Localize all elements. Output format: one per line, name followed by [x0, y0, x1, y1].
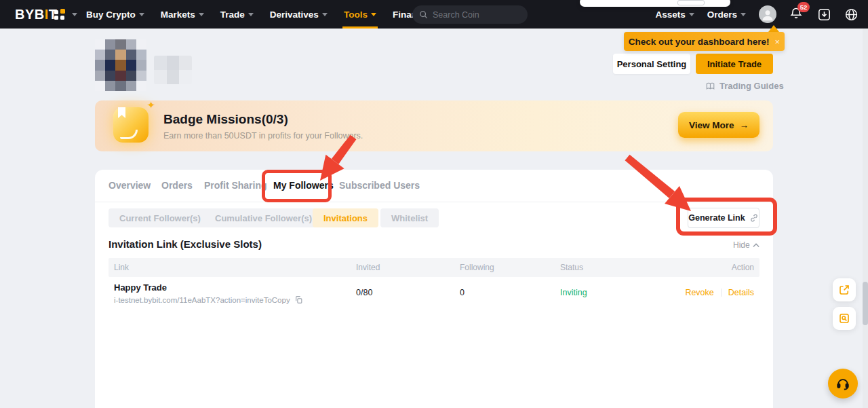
chevron-down-icon — [248, 13, 254, 16]
status-badge: Inviting — [560, 288, 587, 297]
book-icon — [705, 81, 715, 91]
revoke-link[interactable]: Revoke — [685, 288, 713, 297]
tab-orders[interactable]: Orders — [161, 180, 193, 191]
details-link[interactable]: Details — [728, 288, 754, 297]
download-tray-icon[interactable] — [817, 7, 831, 22]
invite-link-url: i-testnet.bybit.com/11eAabTX?action=invi… — [114, 296, 290, 304]
apps-caret-icon — [72, 13, 77, 16]
tooltip-text: Check out your dashboard here! — [629, 37, 770, 47]
badge-missions-banner: ✦ Badge Missions(0/3) Earn more than 50U… — [95, 100, 773, 151]
search-icon — [419, 10, 428, 19]
row-actions: Revoke Details — [685, 288, 754, 297]
truncated-popup-button — [677, 0, 705, 5]
chevron-down-icon — [322, 13, 328, 16]
link-icon — [749, 213, 759, 223]
dashboard-tooltip: Check out your dashboard here! × — [624, 32, 785, 51]
invitation-section-title: Invitation Link (Exclusive Slots) — [108, 238, 262, 250]
arrow-right-icon: → — [740, 120, 749, 130]
copy-icon[interactable] — [294, 295, 303, 304]
apps-grid-icon[interactable] — [54, 9, 65, 20]
followers-card: Overview Orders Profit Sharing My Follow… — [95, 170, 773, 408]
chevron-up-icon — [753, 243, 760, 248]
tabs-row: Overview Orders Profit Sharing My Follow… — [95, 170, 773, 202]
nav-markets[interactable]: Markets — [161, 0, 204, 29]
invite-link-name: Happy Trade — [114, 282, 167, 293]
active-tab-underline — [273, 200, 319, 202]
nav-trade[interactable]: Trade — [220, 0, 254, 29]
tab-subscribed-users[interactable]: Subscribed Users — [339, 180, 420, 191]
tooltip-caret-icon — [768, 25, 779, 32]
support-chat-button[interactable] — [828, 369, 858, 398]
col-following: Following — [460, 263, 494, 272]
personal-setting-button[interactable]: Personal Setting — [613, 54, 690, 74]
col-action: Action — [732, 263, 754, 272]
nav-tools[interactable]: Tools — [344, 0, 376, 29]
badge-book-icon: ✦ — [113, 107, 149, 143]
table-header: Link Invited Following Status Action — [108, 258, 760, 277]
sparkle-icon: ✦ — [146, 99, 155, 111]
tab-profit-sharing[interactable]: Profit Sharing — [204, 180, 267, 191]
nav-buy-crypto[interactable]: Buy Crypto — [86, 0, 144, 29]
chevron-down-icon — [741, 13, 746, 16]
person-icon — [761, 8, 774, 22]
filter-current-followers[interactable]: Current Follower(s) — [108, 208, 212, 227]
col-invited: Invited — [356, 263, 380, 272]
bybit-followers-page: BYBIT Buy Crypto Markets Trade Derivativ… — [0, 0, 868, 408]
filter-invitations[interactable]: Invitations — [313, 208, 378, 227]
following-count: 0 — [460, 288, 465, 297]
truncated-top-popup — [580, 0, 730, 7]
chevron-down-icon — [199, 13, 204, 16]
filter-cumulative-followers[interactable]: Cumulative Follower(s) — [204, 208, 323, 227]
scrollbar-thumb[interactable] — [863, 282, 868, 325]
globe-language-icon[interactable] — [844, 7, 859, 22]
nav-derivatives[interactable]: Derivatives — [270, 0, 328, 29]
hide-toggle[interactable]: Hide — [733, 240, 760, 250]
nav-assets[interactable]: Assets — [655, 10, 694, 20]
chevron-down-icon — [139, 13, 144, 16]
external-link-icon — [838, 284, 850, 296]
trading-guides-link[interactable]: Trading Guides — [705, 81, 784, 91]
tab-overview[interactable]: Overview — [108, 180, 151, 191]
search-input[interactable] — [433, 10, 514, 20]
nav-orders[interactable]: Orders — [707, 10, 746, 20]
pixelated-username — [154, 56, 192, 84]
doc-search-icon — [838, 312, 850, 324]
coin-search-box[interactable] — [412, 5, 528, 24]
bybit-logo[interactable]: BYBIT — [15, 7, 58, 22]
pixelated-avatar — [95, 39, 146, 91]
invite-link-url-wrap: i-testnet.bybit.com/11eAabTX?action=invi… — [114, 295, 303, 304]
chevron-down-icon — [371, 13, 376, 16]
scrollbar-track — [863, 29, 868, 408]
headset-icon — [835, 376, 850, 391]
table-row: Happy Trade i-testnet.bybit.com/11eAabTX… — [108, 277, 760, 308]
share-panel-button[interactable] — [833, 278, 856, 301]
invited-count: 0/80 — [356, 288, 372, 297]
initiate-trade-button[interactable]: Initiate Trade — [696, 54, 773, 74]
notifications-button[interactable]: 52 — [789, 6, 804, 22]
badge-missions-subtitle: Earn more than 50USDT in profits for you… — [163, 131, 363, 141]
chevron-down-icon — [689, 13, 694, 16]
user-avatar[interactable] — [759, 5, 776, 23]
tab-my-followers[interactable]: My Followers — [273, 180, 334, 191]
badge-missions-title: Badge Missions(0/3) — [163, 112, 288, 127]
view-more-button[interactable]: View More → — [678, 112, 760, 138]
generate-link-button[interactable]: Generate Link — [688, 208, 760, 228]
col-status: Status — [560, 263, 583, 272]
action-divider — [721, 289, 722, 297]
logo-text: BYB — [15, 7, 45, 22]
top-navbar: BYBIT Buy Crypto Markets Trade Derivativ… — [0, 0, 868, 29]
col-link: Link — [114, 263, 129, 272]
tooltip-close-icon[interactable]: × — [775, 37, 781, 47]
preview-panel-button[interactable] — [833, 307, 856, 330]
filter-whitelist[interactable]: Whitelist — [380, 208, 439, 227]
notification-badge: 52 — [797, 2, 810, 12]
